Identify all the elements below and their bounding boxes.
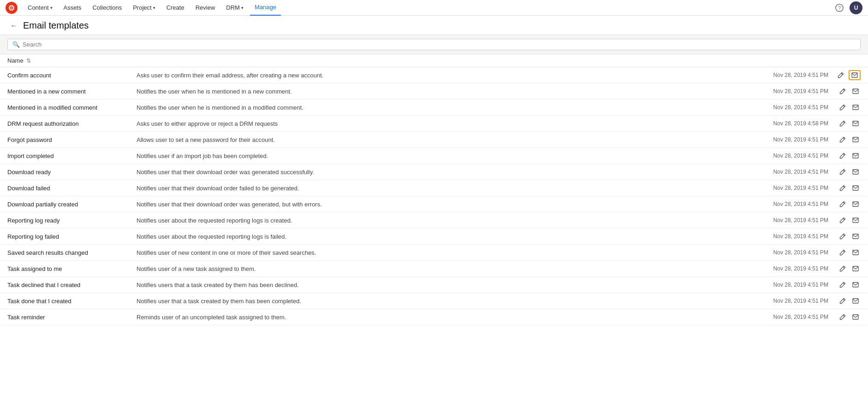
row-name: Download ready [7,169,137,176]
row-date: Nov 28, 2019 4:51 PM [748,153,828,159]
row-name: Mentioned in a new comment [7,88,137,95]
email-button[interactable] [850,168,861,176]
sort-icon[interactable]: ⇅ [26,58,31,64]
nav-right: ? U [833,1,862,14]
column-name-label[interactable]: Name [7,57,24,64]
nav-drm[interactable]: DRM▾ [221,0,248,16]
edit-button[interactable] [838,151,848,160]
email-button[interactable] [850,232,861,241]
email-button[interactable] [849,70,861,80]
email-button[interactable] [850,313,861,321]
email-templates-table: Confirm account Asks user to confirm the… [0,67,868,325]
edit-button[interactable] [838,264,848,273]
row-name: Mentioned in a modified comment [7,104,137,111]
edit-button[interactable] [838,280,848,289]
row-name: Reporting log ready [7,217,137,224]
svg-rect-12 [853,218,858,223]
email-button[interactable] [850,264,861,273]
app-logo[interactable] [6,2,18,14]
row-name: Task done that I created [7,298,137,305]
edit-button[interactable] [838,183,848,193]
email-button[interactable] [850,281,861,289]
edit-button[interactable] [836,70,846,80]
email-button[interactable] [850,216,861,224]
row-description: Notifies user about the requested report… [137,233,748,240]
row-date: Nov 28, 2019 4:58 PM [748,120,828,127]
table-row: Task declined that I created Notifies us… [0,277,868,293]
edit-button[interactable] [838,248,848,257]
edit-button[interactable] [838,167,848,176]
table-row: Task reminder Reminds user of an uncompl… [0,309,868,325]
email-button[interactable] [850,119,861,128]
user-avatar[interactable]: U [850,1,862,14]
edit-button[interactable] [838,103,848,112]
nav-manage[interactable]: Manage [250,0,281,16]
edit-button[interactable] [838,312,848,322]
email-button[interactable] [850,103,861,112]
table-row: Task done that I created Notifies user t… [0,293,868,309]
row-actions [828,216,861,225]
table-row: Saved search results changed Notifies us… [0,245,868,261]
email-button[interactable] [850,135,861,144]
nav-create[interactable]: Create [162,0,189,16]
nav-review[interactable]: Review [191,0,220,16]
row-name: Reporting log failed [7,233,137,240]
table-row: Confirm account Asks user to confirm the… [0,67,868,83]
table-row: Reporting log failed Notifies user about… [0,229,868,245]
row-date: Nov 28, 2019 4:51 PM [748,136,828,143]
edit-button[interactable] [838,296,848,305]
row-actions [828,103,861,112]
edit-button[interactable] [838,119,848,128]
table-column-header: Name ⇅ [0,54,868,67]
help-button[interactable]: ? [833,1,846,14]
row-name: DRM request authorization [7,120,137,127]
row-actions [828,183,861,193]
row-name: Import completed [7,153,137,159]
email-button[interactable] [850,200,861,208]
row-description: Notifies user that their download order … [137,185,748,192]
email-button[interactable] [850,87,861,95]
svg-rect-11 [853,202,858,206]
back-button[interactable]: ← [9,21,18,31]
table-row: Download failed Notifies user that their… [0,180,868,196]
svg-rect-13 [853,234,858,239]
page-header: ← Email templates [0,16,868,35]
row-name: Download partially created [7,201,137,208]
edit-button[interactable] [838,216,848,225]
row-actions [828,87,861,96]
edit-button[interactable] [838,135,848,144]
row-date: Nov 28, 2019 4:51 PM [748,88,828,94]
row-actions [828,280,861,289]
email-button[interactable] [850,248,861,257]
row-actions [828,151,861,160]
email-button[interactable] [850,184,861,192]
row-actions [828,135,861,144]
nav-assets[interactable]: Assets [59,0,86,16]
edit-button[interactable] [838,200,848,209]
nav-collections[interactable]: Collections [88,0,127,16]
svg-rect-8 [853,153,858,158]
svg-rect-15 [853,266,858,271]
row-name: Saved search results changed [7,249,137,256]
table-row: Import completed Notifies user if an imp… [0,148,868,164]
row-name: Confirm account [7,72,137,79]
row-description: Notifies user if an import job has been … [137,153,748,159]
row-actions [828,312,861,322]
email-button[interactable] [850,152,861,160]
nav-content[interactable]: Content▾ [23,0,57,16]
edit-button[interactable] [838,87,848,96]
svg-rect-18 [853,315,858,319]
svg-rect-14 [853,250,858,255]
edit-button[interactable] [838,232,848,241]
nav-project[interactable]: Project▾ [128,0,160,16]
row-actions [828,70,861,80]
table-row: Mentioned in a modified comment Notifies… [0,100,868,116]
table-row: Forgot password Allows user to set a new… [0,132,868,148]
table-row: Task assigned to me Notifies user of a n… [0,261,868,277]
email-button[interactable] [850,297,861,305]
svg-rect-5 [853,105,858,110]
row-description: Notifies user that their download order … [137,201,748,208]
search-input[interactable] [23,41,856,48]
row-date: Nov 28, 2019 4:51 PM [748,104,828,111]
row-date: Nov 28, 2019 4:51 PM [748,185,828,191]
